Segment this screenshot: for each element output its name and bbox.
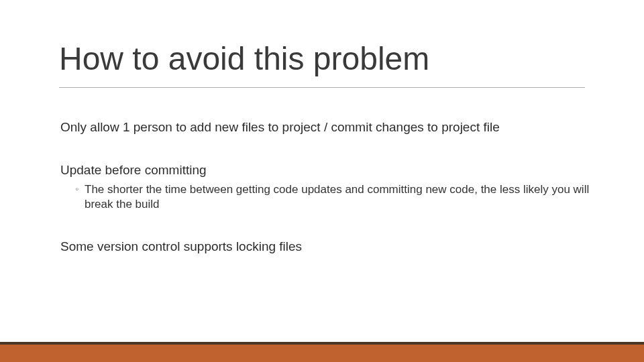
- footer-accent-bar: [0, 342, 644, 362]
- slide-body: Only allow 1 person to add new files to …: [60, 119, 590, 281]
- slide-title: How to avoid this problem: [59, 40, 429, 77]
- sub-bullet-text: The shorter the time between getting cod…: [85, 183, 589, 210]
- slide: How to avoid this problem Only allow 1 p…: [0, 0, 644, 362]
- bullet-point-1: Only allow 1 person to add new files to …: [60, 119, 590, 135]
- bullet-icon: ◦: [75, 182, 78, 196]
- bullet-point-3: Some version control supports locking fi…: [60, 239, 590, 255]
- title-underline: [59, 87, 585, 88]
- bullet-point-2: Update before committing: [60, 162, 590, 178]
- sub-bullet-point: ◦ The shorter the time between getting c…: [75, 182, 590, 212]
